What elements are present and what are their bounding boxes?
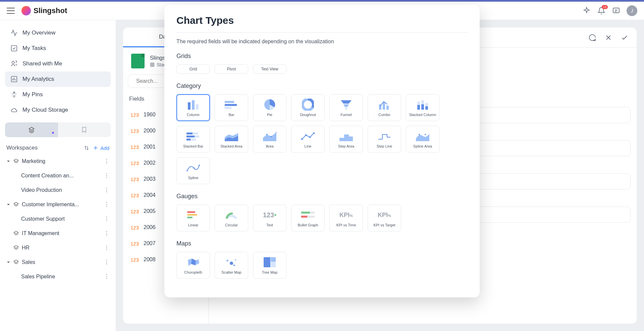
chart-type-linear[interactable]: Linear bbox=[176, 205, 210, 231]
chart-type-text-view[interactable]: Text View bbox=[253, 64, 286, 74]
svg-rect-22 bbox=[417, 105, 420, 110]
chart-type-grid[interactable]: Grid bbox=[176, 64, 210, 74]
chart-type-kpi-vs-time[interactable]: KPI%KPI vs Time bbox=[329, 205, 363, 231]
field-label: 2004 bbox=[144, 192, 156, 198]
chart-type-step-line[interactable]: Step Line bbox=[368, 126, 401, 153]
chart-type-funnel[interactable]: Funnel bbox=[329, 94, 363, 121]
redo-icon[interactable] bbox=[588, 34, 596, 42]
svg-rect-49 bbox=[187, 211, 195, 213]
stacked-area-icon bbox=[225, 130, 238, 142]
more-icon[interactable]: ⋮ bbox=[104, 201, 111, 208]
brand-logo[interactable]: Slingshot bbox=[21, 6, 67, 15]
logo-icon bbox=[21, 6, 31, 15]
caret-down-icon bbox=[6, 260, 10, 264]
svg-point-36 bbox=[266, 134, 268, 135]
stack-icon bbox=[13, 202, 19, 208]
spline-area-icon bbox=[416, 130, 429, 142]
field-label: 2001 bbox=[144, 144, 156, 150]
workspace-customer-impl[interactable]: Customer Implementa... ⋮ bbox=[5, 197, 111, 212]
workspace-hr[interactable]: HR ⋮ bbox=[5, 240, 111, 255]
chart-type-label: KPI vs Target bbox=[373, 223, 395, 227]
nav-shared[interactable]: Shared with Me bbox=[5, 56, 111, 71]
chart-type-label: Linear bbox=[188, 223, 199, 227]
chart-type-tree-map[interactable]: Tree Map bbox=[253, 252, 286, 279]
nav-overview[interactable]: My Overview bbox=[5, 25, 111, 41]
chat-icon[interactable] bbox=[612, 6, 621, 15]
more-icon[interactable]: ⋮ bbox=[104, 230, 111, 236]
chart-type-line[interactable]: Line bbox=[291, 126, 325, 153]
svg-rect-28 bbox=[186, 132, 193, 134]
funnel-icon bbox=[340, 99, 352, 111]
chart-type-label: Pie bbox=[267, 113, 272, 117]
nav-cloud[interactable]: My Cloud Storage bbox=[5, 102, 111, 118]
chart-type-doughnut[interactable]: Doughnut bbox=[291, 94, 325, 121]
chart-type-spline-area[interactable]: Spline Area bbox=[406, 126, 439, 153]
more-icon[interactable]: ⋮ bbox=[104, 259, 111, 265]
more-icon[interactable]: ⋮ bbox=[104, 187, 111, 193]
svg-rect-10 bbox=[225, 101, 234, 103]
toggle-layers[interactable] bbox=[5, 122, 58, 137]
nav-analytics[interactable]: My Analytics bbox=[5, 71, 111, 87]
chart-type-spline[interactable]: Spline bbox=[176, 157, 210, 184]
sidebar: My Overview My Tasks Shared with Me My A… bbox=[0, 20, 116, 331]
chart-type-pivot[interactable]: Pivot bbox=[215, 64, 248, 74]
nav-tasks[interactable]: My Tasks bbox=[5, 41, 111, 56]
notifications-icon[interactable]: 13 bbox=[597, 6, 606, 15]
chart-type-bullet-graph[interactable]: Bullet Graph bbox=[291, 205, 325, 231]
svg-rect-51 bbox=[187, 217, 193, 218]
area-icon bbox=[263, 130, 276, 142]
workspace-sales-pipeline[interactable]: Sales Pipeline ⋮ bbox=[5, 269, 111, 284]
avatar[interactable]: J bbox=[627, 5, 637, 16]
hamburger-menu[interactable] bbox=[7, 8, 15, 14]
chart-type-combo[interactable]: Combo bbox=[368, 94, 401, 121]
text-icon: 123• bbox=[263, 209, 276, 221]
svg-rect-60 bbox=[264, 257, 270, 267]
more-icon[interactable]: ⋮ bbox=[104, 158, 111, 164]
chart-type-stacked-area[interactable]: Stacked Area bbox=[215, 126, 248, 153]
chart-type-label: Circular bbox=[225, 223, 238, 227]
chart-type-column[interactable]: Column bbox=[176, 94, 210, 121]
check-icon[interactable] bbox=[621, 34, 629, 42]
workspace-content-creation[interactable]: Content Creation an... ⋮ bbox=[5, 168, 111, 183]
notification-badge: 13 bbox=[602, 5, 608, 9]
chart-icon bbox=[10, 75, 18, 83]
svg-rect-11 bbox=[225, 104, 237, 106]
chart-type-pie[interactable]: Pie bbox=[253, 94, 286, 121]
caret-down-icon bbox=[6, 203, 10, 207]
svg-rect-32 bbox=[186, 139, 191, 141]
chart-type-stacked-column[interactable]: Stacked Column bbox=[406, 94, 439, 121]
toggle-bookmarks[interactable] bbox=[58, 122, 111, 137]
chart-type-label: Area bbox=[266, 144, 273, 148]
chart-type-label: Tree Map bbox=[262, 270, 278, 274]
kpi-vs-time-icon: KPI% bbox=[339, 209, 353, 221]
field-type-badge: 123 bbox=[130, 112, 139, 118]
close-icon[interactable] bbox=[604, 34, 612, 42]
workspace-sales[interactable]: Sales ⋮ bbox=[5, 255, 111, 269]
more-icon[interactable]: ⋮ bbox=[104, 244, 111, 251]
workspace-video-production[interactable]: Video Production ⋮ bbox=[5, 183, 111, 197]
chart-type-scatter-map[interactable]: Scatter Map bbox=[215, 252, 248, 279]
workspace-customer-support[interactable]: Customer Support ⋮ bbox=[5, 212, 111, 226]
workspace-marketing[interactable]: Marketing ⋮ bbox=[5, 154, 111, 168]
sparkle-icon[interactable] bbox=[582, 6, 591, 15]
workspace-it[interactable]: IT Management ⋮ bbox=[5, 226, 111, 240]
workspace-add-button[interactable]: Add bbox=[93, 145, 109, 151]
chart-type-circular[interactable]: Circular bbox=[215, 205, 248, 231]
chart-type-stacked-bar[interactable]: Stacked Bar bbox=[176, 126, 210, 153]
chart-type-label: Grid bbox=[190, 67, 197, 71]
chart-type-text[interactable]: 123•Text bbox=[253, 205, 286, 231]
svg-point-48 bbox=[199, 165, 200, 166]
chart-type-kpi-vs-target[interactable]: KPI%KPI vs Target bbox=[368, 205, 401, 231]
nav-pins[interactable]: My Pins bbox=[5, 87, 111, 102]
chart-type-step-area[interactable]: Step Area bbox=[329, 126, 363, 153]
more-icon[interactable]: ⋮ bbox=[104, 273, 111, 280]
chart-type-choropleth[interactable]: Choropleth bbox=[176, 252, 210, 279]
grid-icon bbox=[150, 62, 155, 67]
more-icon[interactable]: ⋮ bbox=[104, 172, 111, 179]
sort-icon[interactable] bbox=[84, 145, 90, 151]
chart-type-area[interactable]: Area bbox=[253, 126, 286, 153]
more-icon[interactable]: ⋮ bbox=[104, 216, 111, 222]
chart-type-bar[interactable]: Bar bbox=[215, 94, 248, 121]
svg-rect-50 bbox=[187, 214, 197, 216]
field-label: 2003 bbox=[144, 176, 156, 182]
